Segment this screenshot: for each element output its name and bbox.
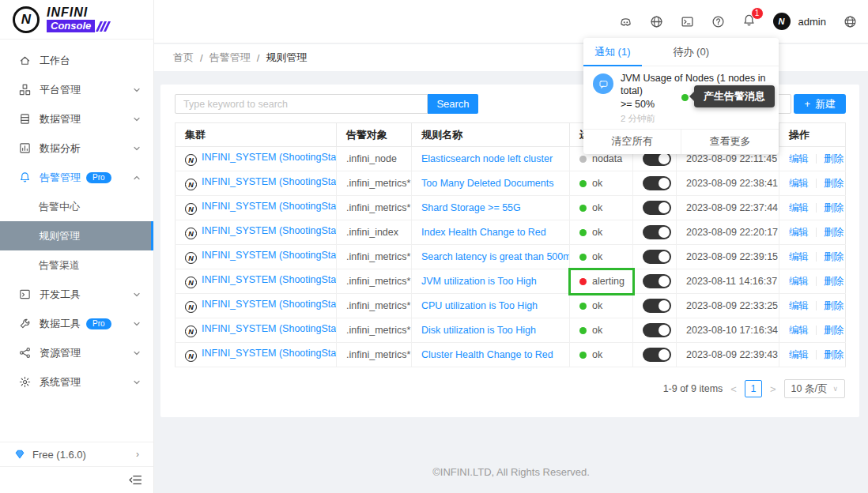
sidebar-item-rule-management[interactable]: 规则管理 (0, 221, 153, 250)
delete-link[interactable]: 删除 (824, 178, 843, 189)
sidebar-item-data-management[interactable]: 数据管理 (0, 104, 153, 134)
enabled-toggle[interactable] (643, 225, 671, 239)
rule-link[interactable]: Elasticsearch node left cluster (421, 153, 553, 164)
breadcrumb-alerting[interactable]: 告警管理 (209, 51, 251, 65)
delete-link[interactable]: 删除 (824, 202, 843, 213)
database-icon (19, 113, 31, 125)
edit-link[interactable]: 编辑 (789, 178, 809, 189)
rule-link[interactable]: JVM utilization is Too High (421, 276, 537, 287)
edit-link[interactable]: 编辑 (789, 276, 809, 287)
sidebar-collapse[interactable] (0, 466, 153, 493)
edit-link[interactable]: 编辑 (789, 349, 809, 360)
view-more-button[interactable]: 查看更多 (681, 130, 779, 154)
prev-page-button[interactable]: < (729, 383, 738, 395)
next-page-button[interactable]: > (768, 383, 778, 395)
rule-link[interactable]: Too Many Deleted Documents (421, 178, 553, 189)
cell-object: .infini_node (337, 147, 412, 171)
cluster-link[interactable]: INFINI_SYSTEM (ShootingStar) (202, 274, 337, 285)
edit-link[interactable]: 编辑 (789, 202, 809, 213)
clear-all-button[interactable]: 清空所有 (583, 130, 681, 154)
cell-updated: 2023-08-09 22:20:17 (677, 220, 779, 245)
discord-icon[interactable] (619, 15, 632, 28)
cluster-logo-icon: N (185, 301, 197, 313)
page-size-select[interactable]: 10 条/页∨ (784, 379, 845, 398)
cluster-link[interactable]: INFINI_SYSTEM (ShootingStar) (202, 152, 337, 163)
sidebar-item-dev-tools[interactable]: 开发工具 (0, 280, 153, 309)
rule-link[interactable]: Disk utilization is Too High (421, 325, 536, 336)
cluster-link[interactable]: INFINI_SYSTEM (ShootingStar) (202, 250, 337, 261)
alert-tooltip: 产生告警消息 (694, 85, 775, 107)
sidebar-item-system-management[interactable]: 系统管理 (0, 367, 153, 397)
edit-link[interactable]: 编辑 (789, 300, 809, 311)
new-rule-button[interactable]: +新建 (794, 94, 846, 114)
enabled-toggle[interactable] (643, 299, 671, 313)
breadcrumb-home[interactable]: 首页 (173, 51, 194, 65)
delete-link[interactable]: 删除 (824, 276, 843, 287)
cluster-link[interactable]: INFINI_SYSTEM (ShootingStar) (202, 176, 337, 187)
status-dot (579, 352, 587, 359)
rule-link[interactable]: CPU utilization is Too High (421, 300, 538, 311)
search-button[interactable]: Search (428, 94, 478, 114)
language-icon[interactable] (843, 15, 857, 28)
delete-link[interactable]: 删除 (824, 325, 843, 336)
enabled-toggle[interactable] (643, 323, 671, 337)
delete-link[interactable]: 删除 (824, 349, 843, 360)
brand-logo[interactable]: N INFINI Console (0, 0, 153, 40)
status-dot (579, 205, 587, 212)
rule-link[interactable]: Search latency is great than 500ms (421, 251, 570, 262)
edit-link[interactable]: 编辑 (789, 227, 809, 238)
sidebar-item-workbench[interactable]: 工作台 (0, 46, 153, 75)
edit-link[interactable]: 编辑 (789, 251, 809, 262)
tab-notifications[interactable]: 通知 (1) (583, 38, 642, 66)
sidebar-item-alerting[interactable]: 告警管理 Pro (0, 163, 153, 192)
cell-updated: 2023-08-09 22:39:15 (677, 245, 779, 269)
enabled-toggle[interactable] (643, 176, 671, 190)
sidebar-item-data-analysis[interactable]: 数据分析 (0, 134, 153, 163)
notification-time: 2 分钟前 (621, 113, 771, 125)
enabled-toggle[interactable] (643, 348, 671, 362)
cell-object: .infini_index (337, 220, 412, 245)
cluster-link[interactable]: INFINI_SYSTEM (ShootingStar) (202, 299, 337, 310)
edit-link[interactable]: 编辑 (789, 153, 809, 164)
cluster-link[interactable]: INFINI_SYSTEM (ShootingStar) (202, 323, 337, 334)
username[interactable]: admin (798, 16, 826, 28)
sidebar-item-alert-center[interactable]: 告警中心 (0, 192, 153, 221)
search-input[interactable] (175, 94, 428, 114)
cluster-link[interactable]: INFINI_SYSTEM (ShootingStar) (202, 225, 337, 236)
delete-link[interactable]: 删除 (824, 300, 843, 311)
version-info[interactable]: Free (1.6.0) › (0, 442, 153, 466)
enabled-toggle[interactable] (643, 274, 671, 288)
sidebar-item-data-tools[interactable]: 数据工具 Pro (0, 309, 153, 338)
globe-icon[interactable] (650, 15, 663, 28)
diamond-icon (14, 449, 25, 460)
delete-link[interactable]: 删除 (824, 227, 843, 238)
cluster-link[interactable]: INFINI_SYSTEM (ShootingStar) (202, 201, 337, 212)
delete-link[interactable]: 删除 (824, 251, 843, 262)
edit-link[interactable]: 编辑 (789, 325, 809, 336)
rule-link[interactable]: Cluster Health Change to Red (421, 349, 553, 360)
sidebar-item-resource-management[interactable]: 资源管理 (0, 338, 153, 367)
cluster-link[interactable]: INFINI_SYSTEM (ShootingStar) (202, 348, 337, 359)
sidebar-item-platform[interactable]: 平台管理 (0, 75, 153, 104)
status-dot (579, 229, 587, 236)
enabled-toggle[interactable] (643, 250, 671, 264)
enabled-toggle[interactable] (643, 201, 671, 215)
cell-status-highlighted: alerting (570, 269, 633, 294)
delete-link[interactable]: 删除 (824, 153, 843, 164)
cell-status: ok (570, 171, 633, 196)
tab-todo[interactable]: 待办 (0) (662, 38, 721, 66)
message-icon (593, 73, 613, 94)
enabled-toggle[interactable] (643, 152, 671, 166)
cluster-logo-icon: N (185, 277, 197, 288)
rule-link[interactable]: Shard Storage >= 55G (421, 202, 521, 213)
user-avatar[interactable]: N (773, 13, 791, 30)
rule-link[interactable]: Index Health Change to Red (421, 227, 546, 238)
sidebar-item-alert-channels[interactable]: 告警渠道 (0, 250, 153, 280)
cell-status: ok (570, 343, 633, 367)
notifications-button[interactable]: 1 (742, 13, 756, 30)
table-row: NINFINI_SYSTEM (ShootingStar) .infini_me… (175, 245, 846, 269)
terminal-icon[interactable] (681, 15, 694, 28)
page-number[interactable]: 1 (745, 380, 762, 397)
cluster-logo-icon: N (185, 326, 197, 337)
help-icon[interactable] (711, 15, 725, 28)
